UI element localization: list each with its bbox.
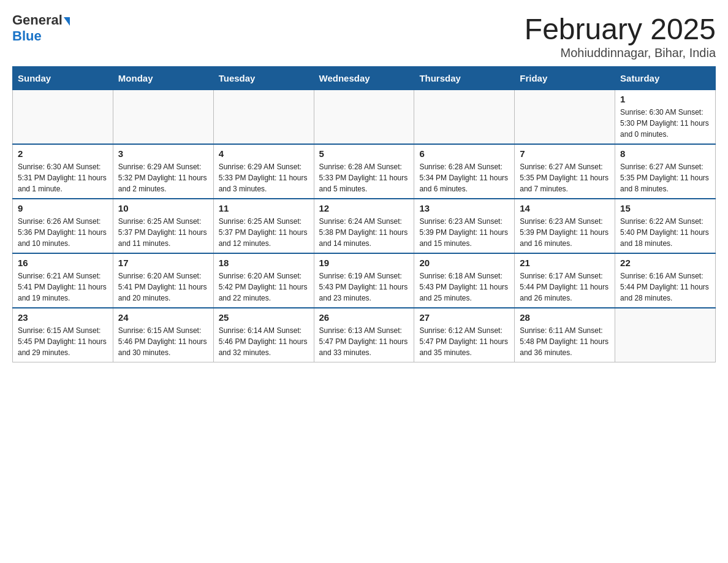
day-info: Sunrise: 6:26 AM Sunset: 5:36 PM Dayligh… (18, 216, 108, 249)
header-saturday: Saturday (615, 67, 716, 90)
day-number: 19 (319, 258, 409, 268)
calendar-cell: 26Sunrise: 6:13 AM Sunset: 5:47 PM Dayli… (314, 308, 414, 362)
day-number: 1 (620, 94, 710, 104)
day-number: 4 (219, 148, 309, 159)
day-info: Sunrise: 6:12 AM Sunset: 5:47 PM Dayligh… (419, 325, 509, 358)
calendar-cell: 8Sunrise: 6:27 AM Sunset: 5:35 PM Daylig… (615, 144, 716, 199)
day-number: 7 (520, 148, 610, 159)
day-info: Sunrise: 6:30 AM Sunset: 5:30 PM Dayligh… (620, 107, 710, 140)
day-info: Sunrise: 6:30 AM Sunset: 5:31 PM Dayligh… (18, 161, 108, 194)
day-info: Sunrise: 6:17 AM Sunset: 5:44 PM Dayligh… (520, 270, 610, 304)
day-number: 26 (319, 312, 409, 323)
day-number: 15 (620, 203, 710, 213)
logo-general: General (12, 12, 70, 28)
day-number: 5 (319, 148, 409, 159)
day-info: Sunrise: 6:27 AM Sunset: 5:35 PM Dayligh… (520, 161, 610, 194)
day-number: 11 (219, 203, 309, 213)
calendar-cell: 22Sunrise: 6:16 AM Sunset: 5:44 PM Dayli… (615, 253, 716, 308)
calendar-cell (314, 90, 414, 145)
calendar-body: 1Sunrise: 6:30 AM Sunset: 5:30 PM Daylig… (13, 90, 716, 362)
day-number: 10 (118, 203, 208, 213)
calendar-header: Sunday Monday Tuesday Wednesday Thursday… (13, 67, 716, 90)
day-info: Sunrise: 6:25 AM Sunset: 5:37 PM Dayligh… (219, 216, 309, 249)
day-info: Sunrise: 6:18 AM Sunset: 5:43 PM Dayligh… (419, 270, 509, 304)
day-number: 6 (419, 148, 509, 159)
calendar-cell: 9Sunrise: 6:26 AM Sunset: 5:36 PM Daylig… (13, 199, 113, 253)
calendar-cell (515, 90, 615, 145)
calendar-week-row: 16Sunrise: 6:21 AM Sunset: 5:41 PM Dayli… (13, 253, 716, 308)
calendar-cell: 27Sunrise: 6:12 AM Sunset: 5:47 PM Dayli… (414, 308, 515, 362)
page-header: General Blue February 2025 Mohiuddinnaga… (12, 12, 716, 60)
day-number: 23 (18, 312, 108, 323)
calendar-cell: 2Sunrise: 6:30 AM Sunset: 5:31 PM Daylig… (13, 144, 113, 199)
header-friday: Friday (515, 67, 615, 90)
day-info: Sunrise: 6:15 AM Sunset: 5:45 PM Dayligh… (18, 325, 108, 358)
calendar-cell: 21Sunrise: 6:17 AM Sunset: 5:44 PM Dayli… (515, 253, 615, 308)
logo-general-text: General (12, 12, 63, 28)
day-info: Sunrise: 6:11 AM Sunset: 5:48 PM Dayligh… (520, 325, 610, 358)
day-number: 18 (219, 258, 309, 268)
calendar-cell: 12Sunrise: 6:24 AM Sunset: 5:38 PM Dayli… (314, 199, 414, 253)
day-number: 28 (520, 312, 610, 323)
calendar-cell: 19Sunrise: 6:19 AM Sunset: 5:43 PM Dayli… (314, 253, 414, 308)
day-number: 2 (18, 148, 108, 159)
day-info: Sunrise: 6:15 AM Sunset: 5:46 PM Dayligh… (118, 325, 208, 358)
day-info: Sunrise: 6:29 AM Sunset: 5:32 PM Dayligh… (118, 161, 208, 194)
logo-arrow-icon (64, 17, 70, 26)
calendar-cell: 7Sunrise: 6:27 AM Sunset: 5:35 PM Daylig… (515, 144, 615, 199)
calendar-subtitle: Mohiuddinnagar, Bihar, India (525, 46, 716, 60)
day-info: Sunrise: 6:19 AM Sunset: 5:43 PM Dayligh… (319, 270, 409, 304)
calendar-cell (213, 90, 314, 145)
calendar-cell: 28Sunrise: 6:11 AM Sunset: 5:48 PM Dayli… (515, 308, 615, 362)
day-info: Sunrise: 6:22 AM Sunset: 5:40 PM Dayligh… (620, 216, 710, 249)
day-number: 27 (419, 312, 509, 323)
header-row: Sunday Monday Tuesday Wednesday Thursday… (13, 67, 716, 90)
day-info: Sunrise: 6:27 AM Sunset: 5:35 PM Dayligh… (620, 161, 710, 194)
calendar-cell (113, 90, 213, 145)
header-thursday: Thursday (414, 67, 515, 90)
calendar-cell (13, 90, 113, 145)
calendar-cell: 1Sunrise: 6:30 AM Sunset: 5:30 PM Daylig… (615, 90, 716, 145)
title-block: February 2025 Mohiuddinnagar, Bihar, Ind… (525, 12, 716, 60)
logo-blue-text: Blue (12, 28, 42, 44)
day-number: 25 (219, 312, 309, 323)
day-info: Sunrise: 6:28 AM Sunset: 5:34 PM Dayligh… (419, 161, 509, 194)
calendar-cell: 5Sunrise: 6:28 AM Sunset: 5:33 PM Daylig… (314, 144, 414, 199)
calendar-cell: 4Sunrise: 6:29 AM Sunset: 5:33 PM Daylig… (213, 144, 314, 199)
calendar-cell (414, 90, 515, 145)
calendar-week-row: 1Sunrise: 6:30 AM Sunset: 5:30 PM Daylig… (13, 90, 716, 145)
calendar-cell: 3Sunrise: 6:29 AM Sunset: 5:32 PM Daylig… (113, 144, 213, 199)
day-info: Sunrise: 6:16 AM Sunset: 5:44 PM Dayligh… (620, 270, 710, 304)
calendar-week-row: 2Sunrise: 6:30 AM Sunset: 5:31 PM Daylig… (13, 144, 716, 199)
day-number: 9 (18, 203, 108, 213)
day-number: 13 (419, 203, 509, 213)
calendar-cell: 25Sunrise: 6:14 AM Sunset: 5:46 PM Dayli… (213, 308, 314, 362)
calendar-cell: 6Sunrise: 6:28 AM Sunset: 5:34 PM Daylig… (414, 144, 515, 199)
day-info: Sunrise: 6:24 AM Sunset: 5:38 PM Dayligh… (319, 216, 409, 249)
calendar-cell (615, 308, 716, 362)
calendar-cell: 18Sunrise: 6:20 AM Sunset: 5:42 PM Dayli… (213, 253, 314, 308)
day-number: 17 (118, 258, 208, 268)
calendar-cell: 24Sunrise: 6:15 AM Sunset: 5:46 PM Dayli… (113, 308, 213, 362)
day-info: Sunrise: 6:20 AM Sunset: 5:41 PM Dayligh… (118, 270, 208, 304)
calendar-cell: 17Sunrise: 6:20 AM Sunset: 5:41 PM Dayli… (113, 253, 213, 308)
day-info: Sunrise: 6:25 AM Sunset: 5:37 PM Dayligh… (118, 216, 208, 249)
header-wednesday: Wednesday (314, 67, 414, 90)
logo: General Blue (12, 12, 70, 44)
calendar-cell: 16Sunrise: 6:21 AM Sunset: 5:41 PM Dayli… (13, 253, 113, 308)
day-info: Sunrise: 6:14 AM Sunset: 5:46 PM Dayligh… (219, 325, 309, 358)
day-number: 21 (520, 258, 610, 268)
day-number: 20 (419, 258, 509, 268)
calendar-week-row: 9Sunrise: 6:26 AM Sunset: 5:36 PM Daylig… (13, 199, 716, 253)
calendar-cell: 13Sunrise: 6:23 AM Sunset: 5:39 PM Dayli… (414, 199, 515, 253)
calendar-cell: 15Sunrise: 6:22 AM Sunset: 5:40 PM Dayli… (615, 199, 716, 253)
day-number: 24 (118, 312, 208, 323)
header-tuesday: Tuesday (213, 67, 314, 90)
header-sunday: Sunday (13, 67, 113, 90)
day-info: Sunrise: 6:29 AM Sunset: 5:33 PM Dayligh… (219, 161, 309, 194)
day-number: 16 (18, 258, 108, 268)
day-info: Sunrise: 6:23 AM Sunset: 5:39 PM Dayligh… (419, 216, 509, 249)
day-number: 12 (319, 203, 409, 213)
day-number: 3 (118, 148, 208, 159)
calendar-cell: 11Sunrise: 6:25 AM Sunset: 5:37 PM Dayli… (213, 199, 314, 253)
